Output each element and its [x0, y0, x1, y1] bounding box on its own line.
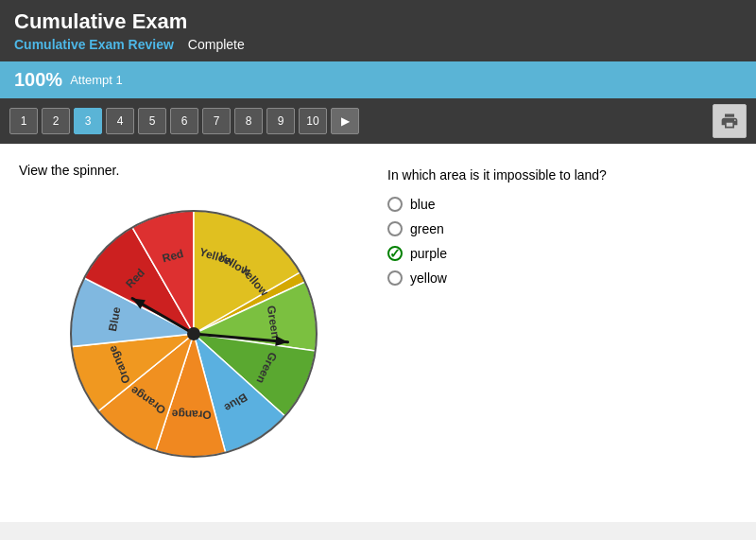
option-blue[interactable]: blue — [387, 197, 737, 212]
page-button-7[interactable]: 7 — [202, 108, 231, 134]
left-instruction: View the spinner. — [19, 163, 369, 178]
page-button-1[interactable]: 1 — [9, 108, 38, 134]
next-arrow-button[interactable]: ▶ — [331, 108, 359, 134]
radio-purple[interactable]: ✓ — [387, 246, 403, 261]
page-button-5[interactable]: 5 — [138, 108, 166, 134]
option-purple-label: purple — [410, 246, 447, 261]
left-panel: View the spinner. — [19, 163, 369, 503]
page-button-3[interactable]: 3 — [74, 108, 102, 134]
page-button-4[interactable]: 4 — [106, 108, 134, 134]
attempt-label: Attempt 1 — [70, 73, 123, 87]
option-purple[interactable]: ✓ purple — [387, 246, 737, 261]
page-button-8[interactable]: 8 — [234, 108, 263, 134]
page-button-2[interactable]: 2 — [42, 108, 70, 134]
right-panel: In which area is it impossible to land? … — [387, 163, 737, 503]
option-green-label: green — [410, 221, 444, 236]
score-bar: 100% Attempt 1 — [0, 61, 756, 98]
page-button-6[interactable]: 6 — [170, 108, 198, 134]
radio-blue[interactable] — [387, 197, 403, 212]
option-green[interactable]: green — [387, 221, 737, 236]
main-content: View the spinner. In which area is it im… — [0, 144, 756, 522]
page-button-9[interactable]: 9 — [266, 108, 295, 134]
review-link[interactable]: Cumulative Exam Review — [14, 37, 174, 52]
print-button[interactable] — [713, 104, 747, 138]
spinner-diagram — [52, 192, 335, 476]
radio-yellow[interactable] — [387, 270, 403, 286]
option-blue-label: blue — [410, 197, 435, 212]
question-text: In which area is it impossible to land? — [387, 167, 737, 183]
score-value: 100% — [14, 69, 62, 91]
radio-green[interactable] — [387, 221, 403, 236]
answer-options: blue green ✓ purple yellow — [387, 197, 737, 286]
spinner-canvas — [52, 192, 335, 476]
status-badge: Complete — [188, 37, 245, 52]
checkmark-icon: ✓ — [389, 246, 401, 261]
pagination-bar: 1 2 3 4 5 6 7 8 9 10 ▶ — [0, 98, 756, 144]
page-title: Cumulative Exam — [14, 9, 742, 34]
option-yellow[interactable]: yellow — [387, 270, 737, 286]
page-button-10[interactable]: 10 — [299, 108, 327, 134]
print-icon — [720, 112, 739, 131]
option-yellow-label: yellow — [410, 270, 447, 286]
header: Cumulative Exam Cumulative Exam Review C… — [0, 0, 756, 144]
